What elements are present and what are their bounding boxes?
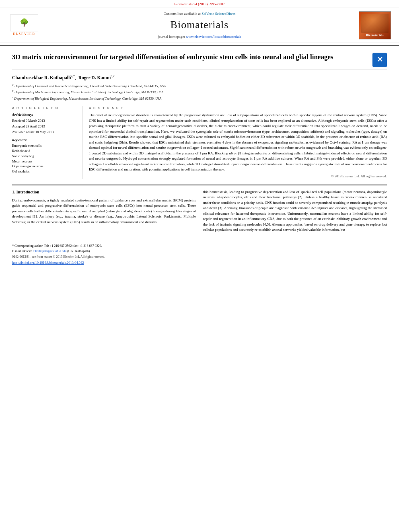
doi-anchor[interactable]: http://dx.doi.org/10.1016/j.biomaterials… <box>12 261 84 265</box>
email-suffix: (C.R. Kothapalli). <box>66 249 90 253</box>
biomaterials-logo-text: Biomaterials <box>366 33 384 37</box>
intro-paragraph-right: this homeostasis, leading to progressive… <box>203 189 387 233</box>
section-1-title: 1. Introduction <box>12 189 196 195</box>
journal-banner-center: Contents lists available at SciVerse Sci… <box>40 11 359 39</box>
body-columns: 1. Introduction During embryogenesis, a … <box>12 189 387 235</box>
abstract-column: A B S T R A C T The onset of neurodegene… <box>89 106 387 179</box>
journal-banner: 🌳 ELSEVIER Contents lists available at S… <box>0 8 399 43</box>
journal-top-bar: Biomaterials 34 (2013) 5995–6007 <box>0 0 399 8</box>
affiliations: a Department of Chemical and Biomedical … <box>12 83 387 101</box>
biomaterials-logo-overlay <box>361 14 389 33</box>
elsevier-logo: 🌳 ELSEVIER <box>8 14 40 36</box>
footer-area: * Corresponding author. Tel: +1 216 687 … <box>12 241 387 265</box>
keyword-5: Dopaminergic neurons <box>12 164 78 169</box>
elsevier-tree-icon: 🌳 <box>20 18 29 28</box>
elsevier-logo-image: 🌳 <box>10 14 38 31</box>
accepted-date: Accepted 23 April 2013 <box>12 124 78 129</box>
homepage-link[interactable]: www.elsevier.com/locate/biomaterials <box>186 35 241 39</box>
body-right-column: this homeostasis, leading to progressive… <box>203 189 387 235</box>
footer-copyright: 0142-9612/$ – see front matter © 2013 El… <box>12 255 387 259</box>
affiliation-a: a Department of Chemical and Biomedical … <box>12 83 387 89</box>
authors-line: Chandrasekhar R. Kothapallia,*, Roger D.… <box>12 74 387 81</box>
keyword-1: Embryonic stem cells <box>12 144 78 148</box>
contents-line: Contents lists available at SciVerse Sci… <box>40 11 359 16</box>
sciverse-link[interactable]: SciVerse ScienceDirect <box>202 12 235 16</box>
crossmark-icon: ✕ <box>377 55 383 65</box>
author-1-sup: a,* <box>71 74 75 78</box>
section-divider <box>12 185 387 185</box>
crossmark-badge[interactable]: ✕ <box>372 53 387 67</box>
keyword-2: Retinoic acid <box>12 149 78 154</box>
history-label: Article history: <box>12 113 78 117</box>
available-date: Available online 18 May 2013 <box>12 130 78 135</box>
affiliation-b: b Department of Mechanical Engineering, … <box>12 89 387 95</box>
keyword-3: Sonic hedgehog <box>12 154 78 159</box>
abstract-copyright: © 2013 Elsevier Ltd. All rights reserved… <box>89 174 387 179</box>
affiliation-c: c Department of Biological Engineering, … <box>12 95 387 101</box>
email-link[interactable]: c.kothapalli@csuohio.edu <box>33 249 66 253</box>
received-date: Received 9 March 2013 <box>12 119 78 123</box>
keyword-6: Gel modulus <box>12 169 78 174</box>
article-info-column: A R T I C L E I N F O Article history: R… <box>12 106 82 179</box>
author-2-name: Roger D. Kamm <box>78 75 111 80</box>
journal-reference: Biomaterials 34 (2013) 5995–6007 <box>174 2 225 6</box>
page: Biomaterials 34 (2013) 5995–6007 🌳 ELSEV… <box>0 0 399 532</box>
author-2-sup: b,c <box>111 74 115 78</box>
email-line: E-mail address: c.kothapalli@csuohio.edu… <box>12 249 387 253</box>
article-info-heading: A R T I C L E I N F O <box>12 106 78 110</box>
body-left-column: 1. Introduction During embryogenesis, a … <box>12 189 196 235</box>
keyword-4: Motor neurons <box>12 159 78 164</box>
elsevier-text: ELSEVIER <box>13 32 35 36</box>
journal-header: Biomaterials 34 (2013) 5995–6007 🌳 ELSEV… <box>0 0 399 46</box>
keywords-label: Keywords: <box>12 138 78 143</box>
abstract-text: The onset of neurodegenerative disorders… <box>89 113 387 173</box>
doi-link[interactable]: http://dx.doi.org/10.1016/j.biomaterials… <box>12 261 387 265</box>
article-title: 3D matrix microenvironment for targeted … <box>12 53 368 62</box>
corresponding-author-note: * Corresponding author. Tel: +1 216 687 … <box>12 244 387 248</box>
journal-homepage: journal homepage: www.elsevier.com/locat… <box>40 34 359 39</box>
article-title-section: 3D matrix microenvironment for targeted … <box>12 53 387 70</box>
biomaterials-logo: Biomaterials <box>359 11 391 39</box>
info-abstract-columns: A R T I C L E I N F O Article history: R… <box>12 106 387 179</box>
intro-paragraph-left: During embryogenesis, a tightly regulate… <box>12 198 196 225</box>
contents-prefix: Contents lists available at <box>164 12 202 16</box>
main-content: 3D matrix microenvironment for targeted … <box>0 46 399 272</box>
email-label: E-mail address: <box>12 249 33 253</box>
journal-title-display: Biomaterials <box>40 18 359 32</box>
author-1-name: Chandrasekhar R. Kothapalli <box>12 75 71 80</box>
homepage-prefix: journal homepage: <box>158 35 186 39</box>
abstract-heading: A B S T R A C T <box>89 106 387 110</box>
